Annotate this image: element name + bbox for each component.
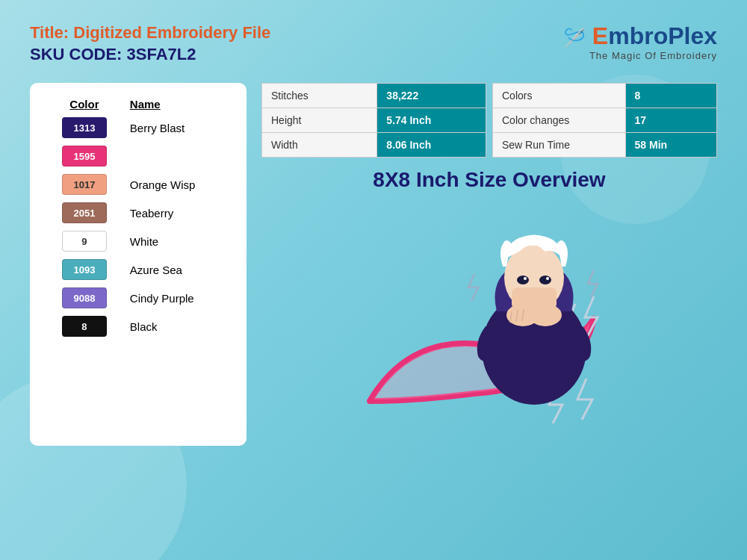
color-table: Color Name 1313Berry Blast15951017Orange… (45, 95, 232, 340)
color-row: 2051Teaberry (45, 199, 232, 227)
color-row: 1313Berry Blast (45, 113, 232, 142)
color-row: 9White (45, 227, 232, 255)
color-name-cell: Orange Wisp (124, 170, 232, 199)
stat-row: Width8.06 Inch (262, 133, 486, 158)
color-name-cell: Azure Sea (124, 255, 232, 284)
logo: 🪡 EmbroPlex The Magic Of Embroidery (563, 22, 717, 61)
size-overview-title: 8X8 Inch Size Overview (261, 168, 717, 192)
character-svg (437, 199, 631, 416)
color-swatch: 9088 (62, 287, 107, 308)
color-name-cell: White (124, 227, 232, 255)
color-table-card: Color Name 1313Berry Blast15951017Orange… (30, 83, 247, 446)
col-header-name: Name (124, 95, 232, 113)
title-value: Digitized Embroidery File (73, 23, 270, 42)
sku-line: SKU CODE: 3SFA7L2 (30, 44, 270, 66)
color-cell: 2051 (45, 199, 124, 227)
color-cell: 9088 (45, 284, 124, 312)
svg-point-8 (529, 304, 562, 326)
page-title: Title: Digitized Embroidery File (30, 22, 270, 44)
sku-label: SKU CODE: (30, 45, 122, 63)
stat-row: Stitches38,222 (262, 84, 486, 108)
color-name-cell (124, 142, 232, 170)
color-swatch: 1313 (62, 117, 107, 138)
stats-left-table: Stitches38,222Height5.74 InchWidth8.06 I… (261, 83, 486, 158)
color-cell: 1313 (45, 113, 124, 142)
embroidery-image-area (261, 199, 717, 446)
color-swatch: 2051 (62, 202, 107, 223)
stat-label: Stitches (262, 84, 377, 108)
color-name-cell: Teaberry (124, 199, 232, 227)
color-cell: 1017 (45, 170, 124, 199)
color-row: 1093Azure Sea (45, 255, 232, 284)
svg-point-5 (524, 277, 527, 280)
color-swatch: 1595 (62, 146, 107, 167)
color-row: 9088Cindy Purple (45, 284, 232, 312)
stats-grid: Stitches38,222Height5.74 InchWidth8.06 I… (261, 83, 717, 158)
color-name-cell: Berry Blast (124, 113, 232, 142)
color-row: 1017Orange Wisp (45, 170, 232, 199)
logo-icon: 🪡 (563, 28, 586, 49)
color-swatch: 1093 (62, 259, 107, 280)
stat-value: 58 Min (625, 133, 716, 158)
main-container: Title: Digitized Embroidery File SKU COD… (0, 0, 747, 468)
stat-label: Colors (493, 84, 626, 108)
color-cell: 8 (45, 312, 124, 340)
color-cell: 9 (45, 227, 124, 255)
logo-text: EmbroPlex (592, 22, 717, 49)
logo-tagline: The Magic Of Embroidery (589, 50, 717, 61)
color-name-cell: Cindy Purple (124, 284, 232, 312)
title-label: Title: (30, 23, 69, 42)
stats-right-table: Colors8Color changes17Sew Run Time58 Min (492, 83, 717, 158)
content-area: Color Name 1313Berry Blast15951017Orange… (30, 83, 717, 446)
stat-row: Colors8 (493, 84, 717, 108)
logo-suffix: mbroPlex (608, 22, 717, 49)
stat-label: Width (262, 133, 377, 158)
stat-row: Height5.74 Inch (262, 108, 486, 133)
header: Title: Digitized Embroidery File SKU COD… (30, 22, 717, 65)
svg-point-3 (517, 276, 529, 284)
illustration (347, 199, 631, 446)
stat-value: 17 (625, 108, 716, 133)
color-cell: 1595 (45, 142, 124, 170)
col-header-color: Color (45, 95, 124, 113)
sku-value: 3SFA7L2 (127, 45, 196, 63)
stat-row: Sew Run Time58 Min (493, 133, 717, 158)
logo-prefix: E (592, 22, 608, 49)
color-row: 1595 (45, 142, 232, 170)
stat-label: Color changes (493, 108, 626, 133)
stat-label: Height (262, 108, 377, 133)
stat-value: 8 (625, 84, 716, 108)
header-title: Title: Digitized Embroidery File SKU COD… (30, 22, 270, 65)
stat-value: 38,222 (377, 84, 486, 108)
stat-value: 5.74 Inch (377, 108, 486, 133)
color-cell: 1093 (45, 255, 124, 284)
color-swatch: 9 (62, 231, 107, 252)
stat-label: Sew Run Time (493, 133, 626, 158)
right-area: Stitches38,222Height5.74 InchWidth8.06 I… (261, 83, 717, 446)
svg-point-6 (546, 277, 549, 280)
svg-point-4 (539, 276, 551, 284)
color-swatch: 8 (62, 316, 107, 337)
color-swatch: 1017 (62, 174, 107, 195)
stat-row: Color changes17 (493, 108, 717, 133)
color-row: 8Black (45, 312, 232, 340)
stat-value: 8.06 Inch (377, 133, 486, 158)
color-name-cell: Black (124, 312, 232, 340)
